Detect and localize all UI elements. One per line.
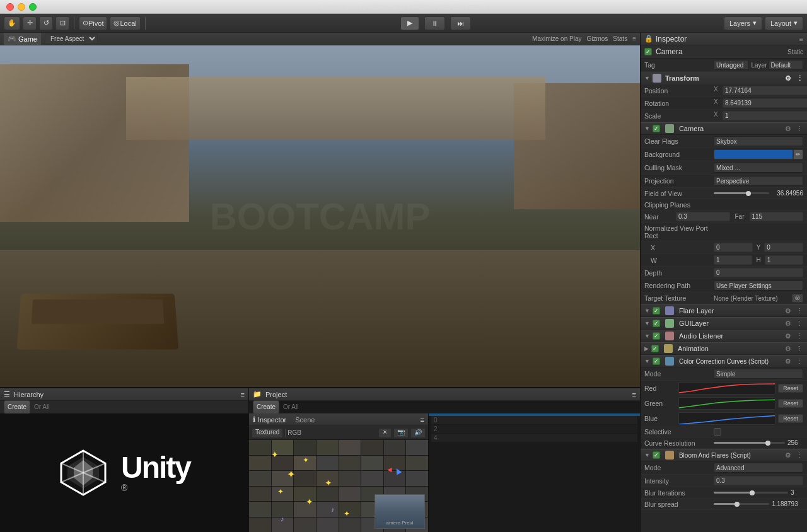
pos-x-field[interactable]: 17.74164 <box>723 86 807 95</box>
audio-settings-icon[interactable]: ⚙ <box>785 332 791 340</box>
play-button[interactable]: ▶ <box>400 16 419 30</box>
flare-layer-checkbox[interactable]: ✓ <box>653 307 660 315</box>
panel-menu-icon[interactable]: ≡ <box>632 35 636 42</box>
map-light-2: ✦ <box>303 456 309 465</box>
pivot-button[interactable]: ⊙ Pivot <box>79 16 107 30</box>
camera-more-icon[interactable]: ⋮ <box>796 125 803 133</box>
culling-mask-select[interactable]: Mixed ... <box>714 163 803 173</box>
hierarchy-menu-icon[interactable]: ≡ <box>241 391 245 398</box>
blue-curve-container[interactable] <box>678 412 775 425</box>
cc-mode-select[interactable]: Simple <box>714 369 803 379</box>
hierarchy-create-button[interactable]: Create <box>4 400 30 414</box>
viewport-y-field[interactable]: 0 <box>764 243 803 252</box>
camera-icon[interactable]: 📷 <box>393 428 409 438</box>
audio-more-icon[interactable]: ⋮ <box>796 332 803 340</box>
gui-more-icon[interactable]: ⋮ <box>796 320 803 328</box>
scene-tab-label[interactable]: Scene <box>295 416 315 424</box>
transform-more-icon[interactable]: ⋮ <box>796 74 803 83</box>
projection-select[interactable]: Perspective <box>714 176 803 186</box>
inspector-menu-icon[interactable]: ≡ <box>799 35 803 43</box>
depth-field[interactable]: 0 <box>714 268 803 277</box>
bloom-checkbox[interactable]: ✓ <box>653 451 660 459</box>
bloom-arrow: ▼ <box>644 452 650 458</box>
project-item-3[interactable]: 4 <box>431 434 637 442</box>
gui-settings-icon[interactable]: ⚙ <box>785 320 791 328</box>
game-tab[interactable]: 🎮 Game <box>4 33 41 45</box>
blur-iter-track[interactable] <box>714 492 788 494</box>
maximize-button[interactable] <box>29 3 37 11</box>
animation-checkbox[interactable]: ✓ <box>651 345 659 352</box>
flare-settings-icon[interactable]: ⚙ <box>785 307 791 315</box>
blur-spread-track[interactable] <box>714 503 769 505</box>
maximize-on-play-label[interactable]: Maximize on Play <box>532 35 581 42</box>
bloom-settings-icon[interactable]: ⚙ <box>785 451 791 460</box>
audio-listener-checkbox[interactable]: ✓ <box>653 332 660 340</box>
layout-dropdown[interactable]: Layout ▾ <box>765 16 803 30</box>
gizmos-label[interactable]: Gizmos <box>586 35 608 42</box>
step-button[interactable]: ⏭ <box>450 16 471 30</box>
culling-mask-row: Culling Mask Mixed ... <box>641 161 807 175</box>
textured-button[interactable]: Textured <box>252 428 283 438</box>
camera-settings-icon[interactable]: ⚙ <box>785 125 791 133</box>
audio-icon[interactable]: 🔊 <box>410 428 426 438</box>
layers-dropdown[interactable]: Layers ▾ <box>724 16 762 30</box>
red-reset-button[interactable]: Reset <box>778 384 803 393</box>
rot-x-field[interactable]: 8.649139 <box>723 98 807 108</box>
scale-tool-button[interactable]: ⊡ <box>55 16 69 30</box>
camera-component-icon <box>665 124 674 133</box>
hand-tool-button[interactable]: ✋ <box>4 16 20 30</box>
cc-settings-icon[interactable]: ⚙ <box>785 357 791 366</box>
rendering-path-select[interactable]: Use Player Settings <box>714 280 803 291</box>
curve-res-slider-track[interactable] <box>714 442 785 444</box>
animation-settings-icon[interactable]: ⚙ <box>785 345 791 353</box>
background-color-field[interactable] <box>714 149 793 159</box>
bloom-intensity-field[interactable]: 0.3 <box>714 476 803 485</box>
pause-button[interactable]: ⏸ <box>424 16 445 30</box>
project-item-2[interactable]: 2 <box>431 425 637 433</box>
scale-x-field[interactable]: 1 <box>723 111 807 120</box>
aspect-ratio-select[interactable]: Free Aspect <box>45 33 98 44</box>
cc-checkbox[interactable]: ✓ <box>653 357 660 365</box>
gui-layer-checkbox[interactable]: ✓ <box>653 320 660 327</box>
layer-select[interactable]: Default <box>769 60 804 70</box>
rotate-tool-button[interactable]: ↺ <box>39 16 53 30</box>
animation-more-icon[interactable]: ⋮ <box>796 345 803 353</box>
camera-component-checkbox[interactable]: ✓ <box>653 125 660 132</box>
cc-name: Color Correction Curves (Script) <box>679 358 782 365</box>
project-menu-icon[interactable]: ≡ <box>632 391 636 398</box>
blue-reset-button[interactable]: Reset <box>778 414 803 423</box>
color-picker-button[interactable]: ✏ <box>793 149 803 159</box>
fov-slider[interactable] <box>714 192 769 194</box>
camera-active-checkbox[interactable]: ✓ <box>644 48 652 55</box>
selective-checkbox[interactable] <box>714 428 721 436</box>
local-button[interactable]: ◎ Local <box>110 16 140 30</box>
green-curve-container[interactable] <box>678 397 775 410</box>
red-curve-container[interactable] <box>678 382 775 395</box>
viewport-h-field[interactable]: 1 <box>765 255 803 265</box>
project-item-1[interactable]: 0 <box>431 416 637 424</box>
tag-select[interactable]: Untagged <box>714 60 749 70</box>
viewport-x-field[interactable]: 0 <box>714 243 753 252</box>
near-field[interactable]: 0.3 <box>676 212 730 221</box>
sun-icon[interactable]: ☀ <box>378 428 392 438</box>
target-texture-browse[interactable]: ◎ <box>792 294 803 303</box>
green-reset-button[interactable]: Reset <box>778 399 803 408</box>
clear-flags-select[interactable]: Skybox <box>714 136 803 146</box>
stats-label[interactable]: Stats <box>613 35 627 42</box>
minimize-button[interactable] <box>18 3 25 11</box>
project-icon: 📁 <box>253 390 262 398</box>
project-create-button[interactable]: Create <box>253 400 279 414</box>
position-fields: X 17.74164 Y 3.618703 Z 17.97578 <box>714 86 807 95</box>
blur-spread-row: Blur spread 1.188793 <box>641 499 807 510</box>
bloom-more-icon[interactable]: ⋮ <box>796 451 803 460</box>
bloom-mode-select[interactable]: Advanced <box>714 463 803 473</box>
move-tool-button[interactable]: ✛ <box>23 16 37 30</box>
cc-more-icon[interactable]: ⋮ <box>796 357 803 366</box>
viewport-w-field[interactable]: 1 <box>714 255 752 265</box>
close-button[interactable] <box>6 3 14 11</box>
project-scrollbar[interactable] <box>429 413 640 416</box>
flare-more-icon[interactable]: ⋮ <box>796 307 803 315</box>
bottom-panel-menu[interactable]: ≡ <box>421 416 424 424</box>
far-field[interactable]: 115 <box>750 212 804 221</box>
transform-settings-icon[interactable]: ⚙ <box>785 74 791 83</box>
